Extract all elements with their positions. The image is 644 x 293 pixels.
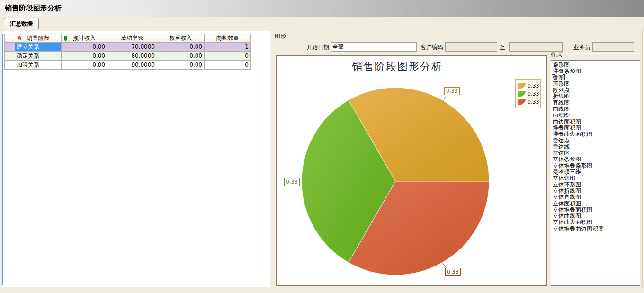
legend-swatch-red-icon	[518, 99, 526, 105]
legend-entry: 0.33	[518, 98, 540, 106]
row-indicator-cell[interactable]	[5, 61, 15, 70]
legend-value: 0.33	[528, 99, 539, 105]
customer-code-to-input[interactable]	[509, 42, 563, 52]
cell-count[interactable]: 0	[205, 61, 251, 70]
cell-weighted[interactable]: 0.00	[157, 52, 205, 61]
chart-legend: 0.33 0.33 0.33	[515, 79, 541, 108]
row-indicator-cell[interactable]	[5, 43, 15, 52]
column-header-count[interactable]: 商机数量	[205, 34, 251, 43]
numeric-field-icon	[64, 36, 67, 41]
style-item[interactable]: 立体饼图	[552, 175, 640, 181]
style-item[interactable]: 立体曲线图	[552, 213, 640, 219]
legend-entry: 0.33	[518, 82, 540, 89]
column-header-count-label: 商机数量	[216, 35, 239, 41]
customer-code-input[interactable]	[445, 42, 497, 52]
cell-weighted[interactable]: 0.00	[157, 61, 205, 70]
divider	[272, 40, 643, 40]
row-indicator-cell[interactable]	[5, 52, 15, 61]
table-header-row: A 销售阶段 预计收入 成功率% 权重收入 商机数量	[5, 34, 251, 43]
tab-summary-data[interactable]: 汇总数据	[4, 18, 39, 29]
cell-stage[interactable]: 加强关系	[15, 61, 62, 70]
style-item[interactable]: 立体堆叠曲边面积图	[552, 226, 640, 232]
legend-value: 0.33	[528, 91, 539, 97]
slice-value-label: 0.33	[445, 268, 461, 276]
column-header-stage-label: 销售阶段	[27, 35, 50, 41]
style-item[interactable]: 曲边面积图	[552, 119, 640, 125]
to-label: 至	[498, 44, 507, 52]
column-header-weighted-label: 权重收入	[170, 35, 192, 41]
graph-group-label: 图形	[275, 32, 286, 40]
style-item[interactable]: 条形图	[552, 62, 640, 68]
column-header-weighted[interactable]: 权重收入	[157, 34, 205, 43]
cell-expected[interactable]: 0.00	[62, 61, 107, 70]
style-item[interactable]: 雷达点	[552, 138, 640, 144]
style-item[interactable]: 堆叠条形图	[552, 68, 640, 74]
start-date-label: 开始日期	[301, 44, 329, 52]
chart-area: 销售阶段图形分析 0.33 0.33 0.33 0.33 0.33	[276, 55, 547, 286]
salesman-input[interactable]	[592, 42, 634, 52]
cell-stage[interactable]: 建立关系	[15, 43, 62, 52]
cell-rate[interactable]: 70.0000	[107, 43, 157, 52]
style-item[interactable]: 曲线图	[552, 106, 640, 112]
style-item[interactable]: 堆叠面积图	[552, 125, 640, 131]
column-header-stage[interactable]: A 销售阶段	[15, 34, 62, 43]
column-header-rate-label: 成功率%	[121, 35, 143, 41]
tab-strip-divider	[0, 29, 644, 29]
style-item[interactable]: 立体直线图	[552, 194, 640, 200]
divider	[566, 53, 640, 54]
style-item[interactable]: 散列点	[552, 87, 640, 93]
cell-weighted[interactable]: 0.00	[157, 43, 205, 52]
cell-rate[interactable]: 80.0000	[107, 52, 157, 61]
table-row: 加强关系 0.00 90.0000 0.00 0	[5, 61, 251, 70]
tab-strip: 汇总数据	[0, 17, 644, 29]
style-item[interactable]: 立体环形图	[552, 182, 640, 188]
sales-stage-table: A 销售阶段 预计收入 成功率% 权重收入 商机数量 建立关系 0.00 70.…	[4, 34, 251, 70]
page-title: 销售阶段图形分析	[5, 4, 62, 13]
table-row: 建立关系 0.00 70.0000 0.00 1	[5, 43, 251, 52]
grid-left-highlight	[2, 34, 3, 285]
column-header-expected-label: 预计收入	[73, 35, 96, 41]
start-date-input[interactable]	[331, 42, 417, 52]
cell-count[interactable]: 0	[205, 52, 251, 61]
text-field-icon: A	[18, 35, 22, 41]
cell-expected[interactable]: 0.00	[62, 52, 107, 61]
style-item[interactable]: 折线图	[552, 93, 640, 99]
slice-value-label: 0.33	[284, 178, 300, 186]
cell-expected[interactable]: 0.00	[62, 43, 107, 52]
column-header-expected[interactable]: 预计收入	[62, 34, 107, 43]
legend-entry: 0.33	[518, 90, 540, 98]
tab-label: 汇总数据	[10, 20, 33, 27]
style-item-selected[interactable]: 饼图	[552, 75, 640, 81]
style-item[interactable]: 立体折线图	[552, 188, 640, 194]
style-item[interactable]: 环形图	[552, 81, 640, 87]
style-item[interactable]: 立体条形图	[552, 156, 640, 162]
chart-style-list[interactable]: 条形图 堆叠条形图 饼图 环形图 散列点 折线图 直线图 曲线图 面积图 曲边面…	[551, 60, 640, 286]
salesman-label: 业务员	[571, 44, 590, 52]
customer-code-label: 客户编码	[417, 44, 443, 52]
style-item[interactable]: 直线图	[552, 100, 640, 106]
legend-value: 0.33	[528, 83, 539, 89]
style-item[interactable]: 曼哈顿三维	[552, 169, 640, 175]
cell-rate[interactable]: 90.0000	[107, 61, 157, 70]
style-item[interactable]: 立体曲边面积图	[552, 219, 640, 225]
window-title-bar: 销售阶段图形分析	[0, 0, 644, 17]
column-header-rate[interactable]: 成功率%	[107, 34, 157, 43]
style-item[interactable]: 面积图	[552, 112, 640, 118]
style-group-label: 样式	[551, 51, 562, 59]
panel-right-border	[642, 29, 643, 287]
style-item[interactable]: 立体面积图	[552, 201, 640, 207]
style-item[interactable]: 堆叠曲边面积图	[552, 131, 640, 137]
style-item[interactable]: 立体堆叠面积图	[552, 207, 640, 213]
cell-count[interactable]: 1	[205, 43, 251, 52]
table-row: 稳定关系 0.00 80.0000 0.00 0	[5, 52, 251, 61]
style-item[interactable]: 雷达线	[552, 144, 640, 150]
slice-value-label: 0.33	[444, 87, 460, 95]
cell-stage[interactable]: 稳定关系	[15, 52, 62, 61]
header-indicator-cell	[5, 34, 15, 43]
legend-swatch-orange-icon	[518, 83, 526, 89]
style-item[interactable]: 立体堆叠条形图	[552, 163, 640, 169]
pie-chart	[277, 56, 546, 285]
legend-swatch-green-icon	[518, 91, 526, 97]
style-item[interactable]: 雷达区	[552, 150, 640, 156]
